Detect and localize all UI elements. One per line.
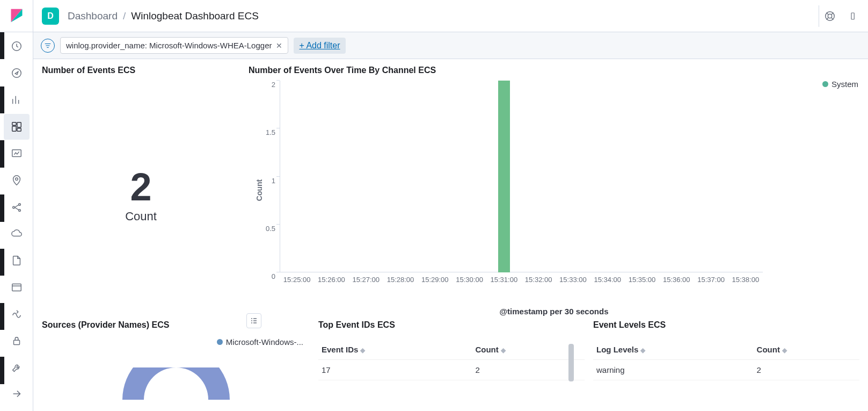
breadcrumb-root[interactable]: Dashboard	[68, 10, 118, 22]
sources-legend[interactable]: Microsoft-Windows-...	[217, 337, 303, 347]
filter-remove-icon[interactable]: ✕	[276, 41, 282, 50]
sources-donut	[42, 367, 310, 400]
x-tick-label: 15:25:00	[283, 272, 311, 284]
event-ids-header-count[interactable]: Count◆	[472, 340, 585, 360]
svg-point-10	[12, 206, 14, 208]
metric-panel: Number of Events ECS 2 Count	[38, 63, 244, 316]
metric-panel-title: Number of Events ECS	[42, 66, 240, 75]
overflow-icon[interactable]	[850, 5, 859, 27]
event-ids-table: Event IDs◆ Count◆ 17 2	[318, 340, 585, 380]
svg-rect-6	[12, 126, 16, 131]
main: D Dashboard / Winlogbeat Dashboard ECS w…	[33, 0, 868, 411]
ml-icon[interactable]	[4, 194, 30, 220]
x-tick-label: 15:36:00	[663, 272, 690, 284]
apm-icon[interactable]	[4, 275, 30, 300]
x-tick-label: 15:26:00	[318, 272, 345, 284]
metric-value: 2	[130, 168, 151, 206]
collapse-sidebar-icon[interactable]	[4, 381, 30, 407]
svg-point-9	[15, 178, 18, 181]
recently-viewed-icon[interactable]	[4, 33, 30, 59]
x-tick-label: 15:38:00	[732, 272, 760, 284]
event-ids-title: Top Event IDs ECS	[318, 320, 585, 330]
event-levels-table: Log Levels◆ Count◆ warning 2	[593, 340, 859, 380]
breadcrumb-current: Winlogbeat Dashboard ECS	[131, 10, 259, 22]
dashboard-body: Number of Events ECS 2 Count Number of E…	[33, 59, 868, 411]
dashboard-icon[interactable]	[4, 114, 30, 140]
help-icon[interactable]	[819, 5, 840, 27]
filter-pill[interactable]: winlog.provider_name: Microsoft-Windows-…	[60, 37, 288, 54]
y-tick-label: 2	[258, 81, 280, 89]
sort-icon: ◆	[360, 347, 365, 354]
levels-header-count[interactable]: Count◆	[754, 340, 859, 360]
y-axis-line	[280, 81, 280, 272]
uptime-icon[interactable]	[4, 301, 30, 327]
chart-plot: 00.511.5215:25:0015:26:0015:27:0015:28:0…	[280, 81, 763, 272]
chart-area[interactable]: Count 00.511.5215:25:0015:26:0015:27:001…	[249, 75, 859, 305]
canvas-icon[interactable]	[4, 141, 30, 167]
level-cell: warning	[593, 360, 754, 380]
y-tick-label: 1	[258, 176, 280, 184]
x-tick-label: 15:37:00	[697, 272, 725, 284]
space-avatar[interactable]: D	[42, 8, 59, 25]
sources-legend-name: Microsoft-Windows-...	[226, 337, 303, 347]
app-root: D Dashboard / Winlogbeat Dashboard ECS w…	[0, 0, 868, 411]
x-tick-label: 15:29:00	[421, 272, 449, 284]
event-id-cell: 17	[318, 360, 472, 380]
chart-bar[interactable]	[498, 81, 510, 272]
sort-icon: ◆	[782, 347, 787, 354]
x-tick-label: 15:33:00	[559, 272, 587, 284]
discover-icon[interactable]	[4, 60, 30, 86]
x-tick-label: 15:34:00	[594, 272, 621, 284]
svg-point-12	[18, 209, 20, 211]
siem-icon[interactable]	[4, 328, 30, 354]
event-levels-title: Event Levels ECS	[593, 320, 859, 330]
svg-rect-5	[17, 122, 20, 127]
x-tick-label: 15:30:00	[456, 272, 483, 284]
svg-rect-17	[851, 13, 854, 19]
event-ids-panel: Top Event IDs ECS Event IDs◆ Count◆ 17 2	[314, 318, 589, 400]
metric-label: Count	[125, 210, 157, 223]
maps-icon[interactable]	[4, 168, 30, 193]
kibana-logo[interactable]	[0, 0, 33, 32]
header-actions	[819, 5, 859, 27]
svg-rect-13	[12, 284, 21, 291]
x-tick-label: 15:35:00	[629, 272, 656, 284]
svg-rect-14	[13, 340, 19, 344]
event-levels-panel: Event Levels ECS Log Levels◆ Count◆ warn…	[589, 318, 864, 400]
sort-icon: ◆	[640, 347, 645, 354]
event-ids-header-id[interactable]: Event IDs◆	[318, 340, 472, 360]
filter-bar: winlog.provider_name: Microsoft-Windows-…	[33, 32, 868, 59]
svg-point-3	[12, 69, 21, 78]
table-row[interactable]: warning 2	[593, 360, 859, 380]
sources-panel: Sources (Provider Names) ECS Microsoft-W…	[38, 318, 314, 400]
x-tick-label: 15:31:00	[491, 272, 518, 284]
x-axis-label: @timestamp per 30 seconds	[249, 307, 859, 316]
y-tick-label: 0	[258, 272, 280, 280]
logs-icon[interactable]	[4, 248, 30, 273]
filter-options-icon[interactable]	[41, 39, 55, 53]
add-filter-button[interactable]: + Add filter	[294, 38, 345, 54]
levels-header-level[interactable]: Log Levels◆	[593, 340, 754, 360]
infrastructure-icon[interactable]	[4, 221, 30, 247]
visualize-icon[interactable]	[4, 87, 30, 113]
svg-rect-4	[12, 122, 16, 125]
x-tick-label: 15:32:00	[525, 272, 552, 284]
breadcrumb-separator: /	[123, 10, 126, 22]
y-tick-label: 1.5	[258, 128, 280, 136]
x-tick-label: 15:27:00	[352, 272, 380, 284]
sidebar	[0, 0, 33, 411]
x-tick-label: 15:28:00	[387, 272, 414, 284]
level-count-cell: 2	[754, 360, 859, 380]
breadcrumbs: Dashboard / Winlogbeat Dashboard ECS	[68, 10, 259, 22]
dev-tools-icon[interactable]	[4, 355, 30, 381]
svg-rect-7	[17, 128, 20, 131]
timeseries-panel-title: Number of Events Over Time By Channel EC…	[249, 66, 859, 75]
sources-legend-swatch-icon	[217, 339, 223, 345]
table-row[interactable]: 17 2	[318, 360, 585, 380]
sort-icon: ◆	[501, 347, 506, 354]
y-tick-label: 0.5	[258, 224, 280, 232]
event-count-cell: 2	[472, 360, 585, 380]
timeseries-panel: Number of Events Over Time By Channel EC…	[244, 63, 864, 316]
svg-point-16	[828, 14, 831, 18]
scrollbar-thumb[interactable]	[568, 344, 574, 381]
